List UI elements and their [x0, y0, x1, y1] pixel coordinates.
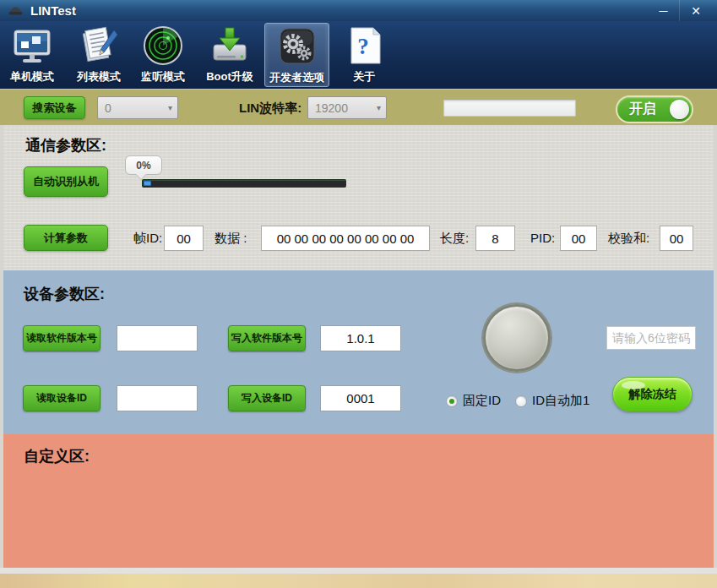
device-select[interactable]: 0 ▾ — [97, 96, 178, 119]
search-device-button[interactable]: 搜索设备 — [24, 96, 85, 119]
radio-button-icon[interactable] — [515, 395, 527, 407]
custom-section-title: 自定义区: — [24, 446, 90, 466]
status-field[interactable] — [443, 100, 576, 117]
radio-fixed-id[interactable]: 固定ID — [446, 393, 501, 409]
calc-params-button[interactable]: 计算参数 — [24, 225, 108, 251]
app-logo-icon — [8, 5, 24, 17]
pid-input[interactable] — [560, 226, 597, 251]
tab-label: 列表模式 — [77, 69, 121, 84]
progress-tooltip: 0% — [125, 155, 162, 175]
radio-auto-id-label: ID自动加1 — [532, 393, 589, 409]
indicator-knob[interactable] — [483, 304, 551, 372]
baud-rate-value: 19200 — [315, 101, 348, 115]
pid-label: PID: — [530, 231, 555, 245]
checksum-label: 校验和: — [608, 231, 649, 247]
chevron-down-icon: ▾ — [168, 103, 172, 112]
read-sw-version-field[interactable] — [117, 325, 198, 351]
tab-monitor-mode[interactable]: 监听模式 — [133, 23, 193, 87]
list-icon — [79, 25, 119, 66]
desktop-background-strip — [0, 574, 717, 588]
device-section-title: 设备参数区: — [24, 284, 105, 304]
chevron-down-icon: ▾ — [377, 103, 381, 112]
tab-label: Boot升级 — [206, 69, 253, 84]
power-toggle-label: 开启 — [629, 101, 656, 118]
auto-detect-slave-button[interactable]: 自动识别从机 — [24, 166, 108, 197]
baud-rate-select[interactable]: 19200 ▾ — [307, 96, 387, 119]
custom-section: 自定义区: — [0, 434, 717, 568]
write-sw-version-field[interactable] — [320, 325, 401, 351]
radar-icon — [143, 25, 183, 66]
radio-auto-increment-id[interactable]: ID自动加1 — [515, 393, 589, 409]
monitor-icon — [12, 25, 52, 66]
data-input[interactable] — [261, 226, 430, 251]
tab-boot-upgrade[interactable]: Boot升级 — [199, 23, 260, 87]
gears-icon — [277, 26, 318, 67]
tab-standalone-mode[interactable]: 单机模式 — [5, 23, 59, 87]
device-bar: 搜索设备 0 ▾ LIN波特率: 19200 ▾ 开启 — [0, 89, 717, 125]
write-device-id-field[interactable] — [320, 385, 401, 411]
radio-fixed-id-label: 固定ID — [463, 393, 501, 409]
data-label: 数据 : — [215, 231, 247, 247]
main-toolbar: 单机模式 列表模式 — [0, 21, 717, 89]
about-icon: ? — [344, 25, 384, 66]
frame-id-input[interactable] — [164, 226, 204, 251]
title-bar: LINTest ─ ✕ — [0, 0, 717, 21]
tab-developer-options[interactable]: 开发者选项 — [264, 23, 329, 87]
tab-label: 关于 — [353, 69, 375, 84]
frame-id-label: 帧ID: — [133, 231, 162, 247]
write-sw-version-button[interactable]: 写入软件版本号 — [228, 325, 306, 351]
read-device-id-field[interactable] — [117, 385, 198, 411]
app-window: LINTest ─ ✕ 单机模式 — [0, 0, 717, 588]
svg-text:?: ? — [357, 34, 369, 59]
read-device-id-button[interactable]: 读取设备ID — [23, 385, 100, 411]
slider-handle[interactable] — [144, 181, 151, 186]
progress-slider[interactable] — [142, 179, 346, 188]
checksum-input[interactable] — [660, 226, 693, 251]
window-title: LINTest — [30, 3, 76, 18]
password-input[interactable] — [606, 326, 696, 350]
baud-rate-label: LIN波特率: — [239, 101, 301, 117]
power-toggle[interactable]: 开启 — [617, 97, 692, 122]
tab-label: 监听模式 — [141, 69, 185, 84]
tab-label: 开发者选项 — [269, 70, 324, 85]
device-select-value: 0 — [105, 101, 111, 115]
toggle-knob — [670, 100, 689, 119]
tab-label: 单机模式 — [10, 69, 54, 84]
minimize-button[interactable]: ─ — [648, 0, 680, 21]
window-bottom-border — [0, 568, 717, 574]
length-label: 长度: — [440, 231, 469, 247]
length-input[interactable] — [475, 226, 515, 251]
tab-about[interactable]: ? 关于 — [341, 23, 387, 87]
close-button[interactable]: ✕ — [680, 0, 712, 21]
comm-section-title: 通信参数区: — [25, 135, 106, 155]
write-device-id-button[interactable]: 写入设备ID — [228, 385, 306, 411]
boot-upgrade-icon — [209, 25, 250, 66]
read-sw-version-button[interactable]: 读取软件版本号 — [23, 325, 100, 351]
radio-button-icon[interactable] — [446, 395, 458, 407]
unfreeze-button[interactable]: 解除冻结 — [612, 377, 693, 411]
tab-list-mode[interactable]: 列表模式 — [71, 23, 127, 87]
